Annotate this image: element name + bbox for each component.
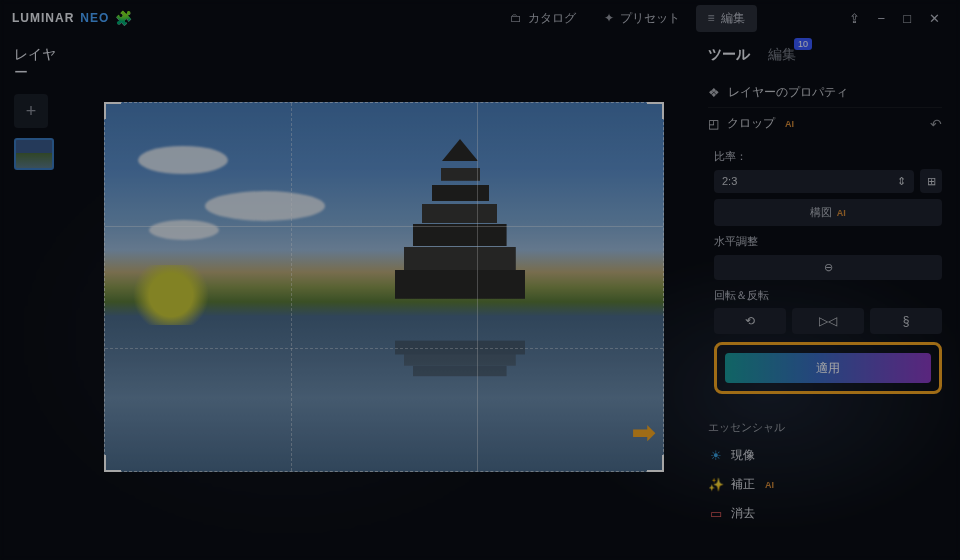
nav-catalog-label: カタログ [528,10,576,27]
undo-icon[interactable]: ↶ [930,116,942,132]
layer-properties-row[interactable]: ❖ レイヤーのプロパティ [708,78,942,107]
crop-icon: ◰ [708,117,719,131]
share-icon[interactable]: ⇪ [849,11,860,26]
nav-presets-label: プリセット [620,10,680,27]
canvas [78,36,690,560]
ratio-label: 比率： [714,149,942,164]
ratio-select[interactable]: 2:3 ⇕ [714,170,914,193]
minimize-button[interactable]: − [878,11,886,26]
edit-count-badge: 10 [794,38,812,50]
layers-title: レイヤー [14,46,64,82]
add-layer-button[interactable]: + [14,94,48,128]
title-bar: LUMINAR NEO 🧩 🗀 カタログ ✦ プリセット ≡ 編集 ⇪ − □ … [0,0,960,36]
layers-icon: ❖ [708,85,720,100]
crop-overlay[interactable] [104,102,664,472]
annotation-arrow: ➡ [632,416,655,449]
main-nav: 🗀 カタログ ✦ プリセット ≡ 編集 [498,5,757,32]
flip-horizontal-button[interactable]: ▷◁ [792,308,864,334]
close-button[interactable]: ✕ [929,11,940,26]
apply-highlight: 適用 [714,342,942,394]
essentials-title: エッセンシャル [708,420,942,435]
puzzle-icon: 🧩 [115,10,133,26]
brand-suffix: NEO [80,11,109,25]
nav-edit[interactable]: ≡ 編集 [696,5,757,32]
ai-badge: AI [834,208,846,218]
flip-h-icon: ▷◁ [819,314,837,328]
nav-catalog[interactable]: 🗀 カタログ [498,5,588,32]
rotate-button[interactable]: ⟲ [714,308,786,334]
brand-text: LUMINAR [12,11,74,25]
sparkle-icon: ✦ [604,11,614,25]
crop-tool-header[interactable]: ◰ クロップ AI ↶ [708,107,942,139]
sparkle-icon: ✨ [708,477,723,492]
crop-handle-bl[interactable] [104,455,121,472]
sliders-icon: ≡ [708,11,715,25]
crop-handle-br[interactable] [647,455,664,472]
ai-badge: AI [785,119,794,129]
layers-sidebar: レイヤー + [0,36,78,560]
nav-edit-label: 編集 [721,10,745,27]
ratio-value: 2:3 [722,175,737,187]
folder-icon: 🗀 [510,11,522,25]
layer-properties-label: レイヤーのプロパティ [728,84,848,101]
sun-icon: ☀ [708,448,723,463]
ai-badge: AI [765,480,774,490]
erase-icon: ▭ [708,506,723,521]
nav-presets[interactable]: ✦ プリセット [592,5,692,32]
maximize-button[interactable]: □ [903,11,911,26]
horizon-label: 水平調整 [714,234,942,249]
right-panel: ツール 編集 10 ❖ レイヤーのプロパティ ◰ クロップ AI ↶ 比率： [690,36,960,560]
chevron-updown-icon: ⇕ [897,175,906,188]
horizon-slider[interactable]: ⊖ [714,255,942,280]
rotate-icon: ⟲ [745,314,755,328]
rotate-flip-label: 回転＆反転 [714,288,942,303]
apply-button[interactable]: 適用 [725,353,931,383]
app-logo: LUMINAR NEO 🧩 [12,10,133,26]
composition-button[interactable]: 構図 AI [714,199,942,226]
ratio-swap-button[interactable]: ⊞ [920,169,942,193]
horizon-handle-icon: ⊖ [824,261,833,273]
crop-handle-tl[interactable] [104,102,121,119]
crop-title: クロップ [727,115,775,132]
tab-edit-history[interactable]: 編集 10 [768,46,796,64]
tool-develop[interactable]: ☀ 現像 [708,441,942,470]
apply-label: 適用 [816,360,840,377]
tool-erase[interactable]: ▭ 消去 [708,499,942,528]
tool-enhance[interactable]: ✨ 補正 AI [708,470,942,499]
crop-handle-tr[interactable] [647,102,664,119]
tab-tools[interactable]: ツール [708,46,750,64]
image-preview[interactable] [104,102,664,472]
flip-vertical-button[interactable]: § [870,308,942,334]
flip-v-icon: § [903,314,910,328]
layer-thumbnail[interactable] [14,138,54,170]
window-controls: ⇪ − □ ✕ [849,11,948,26]
